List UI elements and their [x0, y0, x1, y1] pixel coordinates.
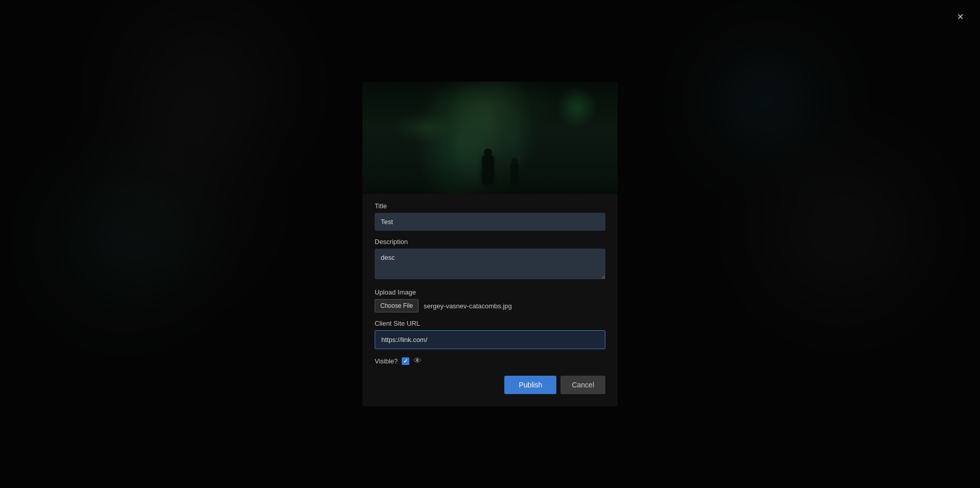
- client-url-input[interactable]: [375, 330, 605, 349]
- title-label: Title: [375, 202, 605, 210]
- modal-body: Title Description desc Upload Image Choo…: [362, 194, 618, 406]
- description-input[interactable]: desc: [375, 249, 605, 279]
- visible-label: Visible?: [375, 357, 398, 365]
- url-group: Client Site URL: [375, 320, 605, 349]
- modal-dialog: Title Description desc Upload Image Choo…: [362, 82, 618, 406]
- glow-green2: [393, 112, 454, 143]
- title-group: Title: [375, 202, 605, 231]
- visible-group: Visible? 👁: [375, 356, 605, 365]
- modal-actions: Publish Cancel: [375, 376, 605, 394]
- modal-backdrop: Title Description desc Upload Image Choo…: [0, 0, 980, 488]
- close-icon[interactable]: ×: [953, 9, 968, 25]
- file-upload-row: Choose File sergey-vasnev-catacombs.jpg: [375, 299, 605, 312]
- description-group: Description desc: [375, 238, 605, 281]
- choose-file-button[interactable]: Choose File: [375, 299, 419, 312]
- visible-checkbox[interactable]: [402, 357, 409, 365]
- figure-main: [482, 156, 494, 184]
- modal-preview-image: [362, 82, 618, 194]
- eye-icon[interactable]: 👁: [413, 356, 422, 365]
- upload-label: Upload Image: [375, 288, 605, 296]
- upload-group: Upload Image Choose File sergey-vasnev-c…: [375, 288, 605, 312]
- description-label: Description: [375, 238, 605, 246]
- figure-side: [510, 163, 519, 185]
- client-url-label: Client Site URL: [375, 320, 605, 327]
- title-input[interactable]: [375, 213, 605, 231]
- file-name-text: sergey-vasnev-catacombs.jpg: [424, 302, 512, 310]
- cancel-button[interactable]: Cancel: [560, 376, 605, 394]
- publish-button[interactable]: Publish: [504, 376, 556, 394]
- glow-green: [556, 87, 597, 128]
